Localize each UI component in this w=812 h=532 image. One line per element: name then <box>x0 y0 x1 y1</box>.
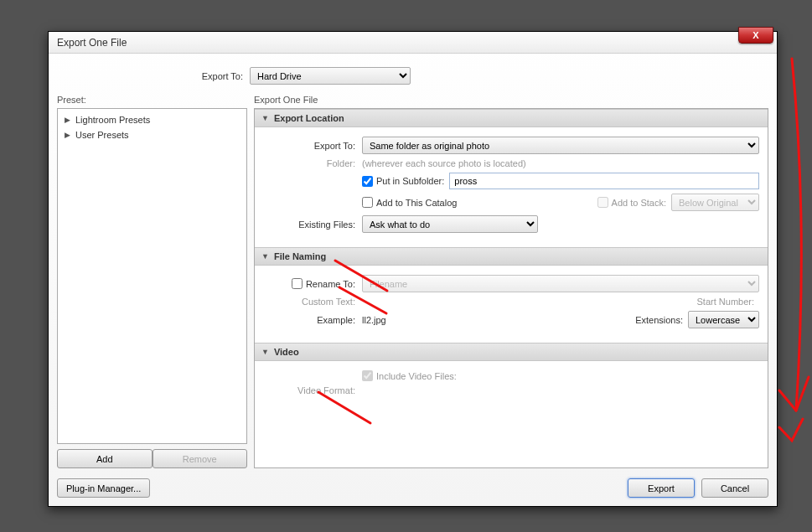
close-button[interactable]: X <box>738 27 773 44</box>
section-title: Video <box>274 347 299 357</box>
triangle-down-icon: ▼ <box>261 114 269 122</box>
preset-item-lightroom[interactable]: ▶ Lightroom Presets <box>58 112 246 127</box>
put-in-subfolder-label: Put in Subfolder: <box>376 176 444 186</box>
main-heading: Export One File <box>254 95 768 105</box>
triangle-right-icon: ▶ <box>65 116 70 124</box>
remove-preset-button[interactable]: Remove <box>153 449 248 468</box>
export-button[interactable]: Export <box>628 478 695 498</box>
put-in-subfolder-checkbox[interactable]: Put in Subfolder: <box>362 176 444 187</box>
rename-template-select: Filename <box>362 275 759 292</box>
export-to-folder-select[interactable]: Same folder as original photo <box>362 137 759 154</box>
section-file-naming-body: Rename To: Filename Custom Text: <box>255 266 768 343</box>
settings-panel[interactable]: ▼ Export Location Export To: Same folder… <box>254 108 768 468</box>
preset-heading: Preset: <box>57 95 247 105</box>
export-to-row: Export To: Hard Drive <box>57 67 768 85</box>
existing-files-select[interactable]: Ask what to do <box>362 215 538 233</box>
folder-label: Folder: <box>263 158 362 168</box>
window-title: Export One File <box>57 37 127 49</box>
preset-item-label: Lightroom Presets <box>75 115 150 125</box>
export-dialog: Export One File X Export To: Hard Drive … <box>48 31 778 507</box>
rename-to-label: Rename To: <box>306 279 355 289</box>
extensions-select[interactable]: Lowercase <box>688 311 759 328</box>
preset-item-user[interactable]: ▶ User Presets <box>58 127 246 142</box>
preset-list[interactable]: ▶ Lightroom Presets ▶ User Presets <box>57 108 247 444</box>
example-value: ll2.jpg <box>362 315 635 325</box>
dialog-footer: Plug-in Manager... Export Cancel <box>57 478 768 498</box>
section-video-header[interactable]: ▼ Video <box>255 343 768 361</box>
include-video-checkbox: Include Video Files: <box>362 370 457 381</box>
example-label: Example: <box>263 315 362 325</box>
include-video-label: Include Video Files: <box>376 371 457 381</box>
plugin-manager-button[interactable]: Plug-in Manager... <box>57 478 150 498</box>
export-to-select[interactable]: Hard Drive <box>250 67 411 85</box>
section-export-location-body: Export To: Same folder as original photo… <box>255 127 768 247</box>
export-to-label: Export To: <box>57 71 250 81</box>
section-title: File Naming <box>274 251 326 261</box>
stack-position-select: Below Original <box>671 194 759 211</box>
cancel-button[interactable]: Cancel <box>701 478 768 498</box>
section-export-location-header[interactable]: ▼ Export Location <box>255 109 768 127</box>
add-to-catalog-checkbox[interactable]: Add to This Catalog <box>362 197 457 208</box>
preset-item-label: User Presets <box>75 130 129 140</box>
subfolder-input[interactable] <box>449 173 759 189</box>
triangle-down-icon: ▼ <box>261 348 269 356</box>
titlebar: Export One File X <box>49 32 777 54</box>
custom-text-label: Custom Text: <box>263 297 362 307</box>
add-to-stack-label: Add to Stack: <box>612 198 666 208</box>
add-to-catalog-label: Add to This Catalog <box>376 198 457 208</box>
export-to-label: Export To: <box>263 141 362 151</box>
rename-to-checkbox[interactable]: Rename To: <box>292 278 355 289</box>
section-file-naming-header[interactable]: ▼ File Naming <box>255 247 768 266</box>
triangle-down-icon: ▼ <box>261 252 269 261</box>
video-format-label: Video Format: <box>263 385 362 395</box>
add-to-stack-checkbox: Add to Stack: <box>597 197 666 208</box>
start-number-label: Start Number: <box>697 297 759 307</box>
section-video-body: Include Video Files: Video Format: <box>255 361 768 410</box>
existing-files-label: Existing Files: <box>263 220 362 230</box>
triangle-right-icon: ▶ <box>65 131 70 139</box>
add-preset-button[interactable]: Add <box>57 449 153 468</box>
extensions-label: Extensions: <box>635 315 683 325</box>
folder-value: (wherever each source photo is located) <box>362 158 759 168</box>
section-title: Export Location <box>274 113 344 123</box>
